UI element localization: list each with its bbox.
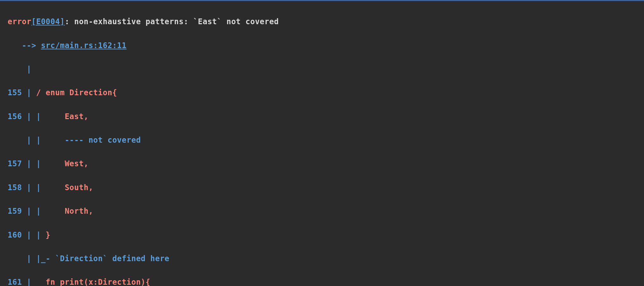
error-message: : non-exhaustive patterns: `East` not co… bbox=[65, 17, 279, 26]
code-text: } bbox=[46, 231, 51, 240]
gutter-pipe: | bbox=[27, 278, 46, 286]
code-line-161: 161 | fn print(x:Direction){ bbox=[8, 276, 644, 286]
line-number bbox=[8, 136, 27, 145]
code-line-158: 158 | | South, bbox=[8, 182, 644, 194]
code-line-159: 159 | | North, bbox=[8, 205, 644, 217]
code-text: North, bbox=[46, 207, 94, 216]
arrow-prefix: --> bbox=[8, 41, 41, 50]
gutter-pipe: | bbox=[27, 88, 36, 97]
source-location-link[interactable]: src/main.rs:162:11 bbox=[41, 41, 127, 50]
gutter-empty: | bbox=[8, 63, 644, 75]
error-label: error bbox=[8, 17, 32, 26]
compiler-output: error[E0004]: non-exhaustive patterns: `… bbox=[0, 1, 644, 286]
line-number: 161 bbox=[8, 278, 27, 286]
code-text: East, bbox=[46, 112, 89, 121]
line-number: 156 bbox=[8, 112, 27, 121]
line-number: 157 bbox=[8, 159, 27, 168]
gutter-pipe: | |_ bbox=[27, 254, 46, 263]
line-number: 155 bbox=[8, 88, 27, 97]
gutter-pipe: | | bbox=[27, 183, 46, 192]
code-line-155: 155 | / enum Direction{ bbox=[8, 87, 644, 99]
line-number bbox=[8, 254, 27, 263]
code-line-157: 157 | | West, bbox=[8, 158, 644, 170]
code-text: enum Direction{ bbox=[46, 88, 117, 97]
gutter-slash: / bbox=[36, 88, 46, 97]
line-number: 160 bbox=[8, 231, 27, 240]
annotation-not-covered: | | ---- not covered bbox=[8, 134, 644, 146]
gutter-pipe: | | bbox=[27, 207, 46, 216]
error-header-line: error[E0004]: non-exhaustive patterns: `… bbox=[8, 16, 644, 28]
line-number: 159 bbox=[8, 207, 27, 216]
gutter-pipe: | | bbox=[27, 159, 46, 168]
gutter-pipe: | | bbox=[27, 231, 46, 240]
annotation-text: ---- not covered bbox=[46, 136, 141, 145]
error-code-link[interactable]: [E0004] bbox=[32, 17, 65, 26]
code-line-160: 160 | | } bbox=[8, 229, 644, 241]
code-text: fn print(x:Direction){ bbox=[46, 278, 150, 286]
code-text: West, bbox=[46, 159, 89, 168]
source-location-line: --> src/main.rs:162:11 bbox=[8, 40, 644, 52]
code-text: South, bbox=[46, 183, 94, 192]
annotation-text: `Direction` defined here bbox=[55, 254, 170, 263]
gutter-pipe: | | bbox=[27, 112, 46, 121]
code-line-156: 156 | | East, bbox=[8, 111, 644, 123]
annotation-defined-here: | |_- `Direction` defined here bbox=[8, 253, 644, 265]
line-number: 158 bbox=[8, 183, 27, 192]
gutter-dash: - bbox=[46, 254, 55, 263]
gutter-pipe: | | bbox=[27, 136, 46, 145]
